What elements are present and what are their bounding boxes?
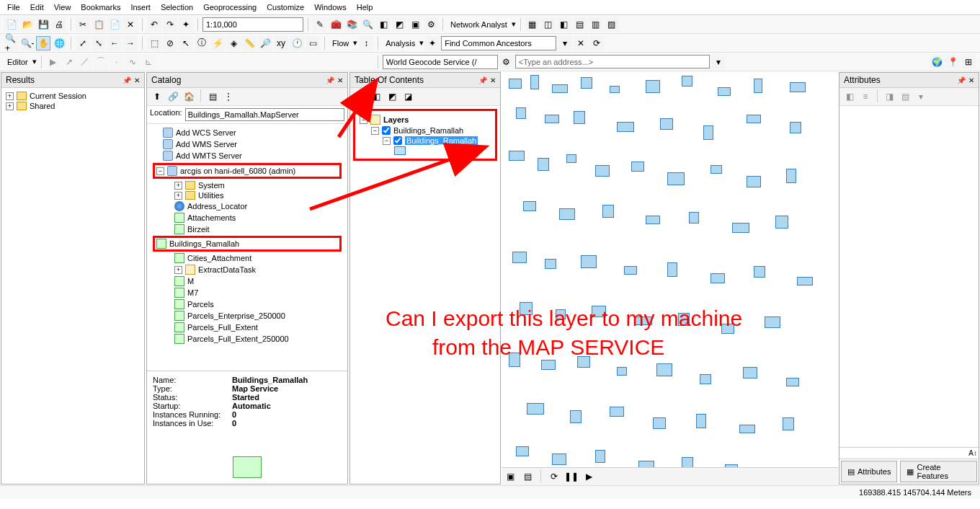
svc-item[interactable]: Parcels_Full_Extent_250000 xyxy=(187,335,289,343)
list-by-vis-icon[interactable]: ◩ xyxy=(385,89,399,104)
identify-icon[interactable]: ⓘ xyxy=(195,36,209,50)
svc-item[interactable]: Parcels_Enterprise_250000 xyxy=(187,311,285,320)
geocode-icon-2[interactable]: 📍 xyxy=(945,55,960,69)
pause-icon[interactable]: ❚❚ xyxy=(564,469,579,484)
pin-icon[interactable]: 📌 xyxy=(122,76,131,84)
ancestors-dd[interactable]: ▾ xyxy=(558,36,572,50)
flow-label[interactable]: Flow xyxy=(329,39,352,48)
scale-combo[interactable] xyxy=(202,17,303,32)
collapse-icon[interactable]: − xyxy=(383,137,391,145)
na-icon-3[interactable]: ◧ xyxy=(557,17,571,32)
collapse-icon[interactable]: − xyxy=(360,116,368,124)
sublayer-checkbox[interactable] xyxy=(393,136,402,145)
view-icon[interactable]: ▤ xyxy=(205,89,220,104)
toc-sublayer[interactable]: Buildings_Ramallah xyxy=(405,136,478,145)
catalog-utilities[interactable]: Utilities xyxy=(198,191,223,200)
na-icon-4[interactable]: ▤ xyxy=(573,17,587,32)
zoom-out-icon[interactable]: 🔍- xyxy=(20,36,35,50)
attr-icon-4[interactable]: ▤ xyxy=(898,89,912,104)
geocode-combo[interactable] xyxy=(383,55,498,69)
hyperlink-icon[interactable]: ⚡ xyxy=(210,36,225,50)
attr-mode-icon[interactable]: A↕ xyxy=(968,449,977,457)
geocode-icon-1[interactable]: 🌍 xyxy=(930,55,944,69)
edit-arc-icon[interactable]: ⌒ xyxy=(94,55,108,69)
pointer-icon[interactable]: ↖ xyxy=(179,36,193,50)
attr-icon-2[interactable]: ≡ xyxy=(858,89,873,104)
menu-windows[interactable]: Windows xyxy=(314,3,347,12)
editor-label[interactable]: Editor xyxy=(4,58,31,66)
undo-button[interactable]: ↶ xyxy=(147,17,161,32)
home-icon[interactable]: 🏠 xyxy=(182,89,196,104)
catalog-wcs[interactable]: Add WCS Server xyxy=(176,128,236,137)
analysis-label[interactable]: Analysis xyxy=(383,39,418,48)
addr-dd[interactable]: ▾ xyxy=(711,55,726,69)
close-icon[interactable]: ✕ xyxy=(490,76,496,84)
menu-view[interactable]: View xyxy=(54,3,71,12)
close-icon[interactable]: ✕ xyxy=(968,76,974,84)
catalog-connection[interactable]: arcgis on hani-dell_6080 (admin) xyxy=(180,167,295,175)
editor-toolbar-icon[interactable]: ✎ xyxy=(313,17,327,32)
svc-buildings[interactable]: Buildings_Ramallah xyxy=(169,239,239,248)
list-by-source-icon[interactable]: ◧ xyxy=(369,89,383,104)
menu-selection[interactable]: Selection xyxy=(161,3,193,12)
geocode-opts-icon[interactable]: ⚙ xyxy=(499,55,514,69)
expand-icon[interactable]: + xyxy=(6,102,14,110)
results-shared[interactable]: Shared xyxy=(30,102,55,110)
toc-root[interactable]: Layers xyxy=(383,115,409,124)
forward-icon[interactable]: → xyxy=(123,36,138,50)
na-icon-5[interactable]: ▥ xyxy=(589,17,603,32)
address-input[interactable] xyxy=(515,55,710,68)
na-icon-1[interactable]: ▦ xyxy=(525,17,540,32)
html-popup-icon[interactable]: ◈ xyxy=(226,36,241,50)
tab-attributes[interactable]: ▤Attributes xyxy=(841,461,897,482)
up-icon[interactable]: ⬆ xyxy=(150,89,164,104)
layer-checkbox[interactable] xyxy=(382,126,391,135)
trace-icon[interactable]: ✦ xyxy=(425,36,440,50)
expand-icon[interactable]: + xyxy=(174,192,182,200)
attr-icon-5[interactable]: ▾ xyxy=(914,89,928,104)
map-view[interactable]: ▣ ▤ ⟳ ❚❚ ▶ xyxy=(502,71,838,485)
select-icon[interactable]: ⬚ xyxy=(147,36,161,50)
menu-customize[interactable]: Customize xyxy=(267,3,304,12)
open-button[interactable]: 📂 xyxy=(20,17,35,32)
new-button[interactable]: 📄 xyxy=(4,17,19,32)
attr-icon-1[interactable]: ◧ xyxy=(842,89,857,104)
close-icon[interactable]: ✕ xyxy=(337,76,343,84)
svc-item[interactable]: Parcels_Full_Extent xyxy=(187,323,258,332)
viewer-icon[interactable]: ▭ xyxy=(306,36,320,50)
delete-button[interactable]: ✕ xyxy=(123,17,138,32)
expand-icon[interactable]: + xyxy=(6,92,14,100)
flow-icon[interactable]: ↕ xyxy=(359,36,373,50)
full-extent-icon[interactable]: 🌐 xyxy=(52,36,66,50)
menu-bookmarks[interactable]: Bookmarks xyxy=(81,3,120,12)
list-by-draw-icon[interactable]: ◨ xyxy=(353,89,368,104)
paste-button[interactable]: 📄 xyxy=(107,17,122,32)
svc-item[interactable]: M7 xyxy=(187,288,198,297)
time-slider-icon[interactable]: 🕐 xyxy=(290,36,304,50)
fixed-zoom-in-icon[interactable]: ⤢ xyxy=(76,36,90,50)
pin-icon[interactable]: 📌 xyxy=(478,76,487,84)
edit-pt-icon[interactable]: · xyxy=(110,55,124,69)
misc-icon-2[interactable]: ⟳ xyxy=(589,36,604,50)
toolbox-icon[interactable]: 🧰 xyxy=(329,17,343,32)
menu-edit[interactable]: Edit xyxy=(30,3,44,12)
edit-tool-icon[interactable]: ▶ xyxy=(46,55,61,69)
catalog-system[interactable]: System xyxy=(198,181,225,190)
catalog-icon[interactable]: 📚 xyxy=(344,17,359,32)
model-icon[interactable]: ◩ xyxy=(392,17,406,32)
find-icon[interactable]: 🔎 xyxy=(258,36,272,50)
redo-button[interactable]: ↷ xyxy=(163,17,177,32)
na-icon-6[interactable]: ▨ xyxy=(605,17,619,32)
svc-item[interactable]: ExtractDataTask xyxy=(198,265,256,274)
svc-item[interactable]: Birzeit xyxy=(187,225,210,234)
window-icon[interactable]: ▣ xyxy=(408,17,422,32)
svc-item[interactable]: M xyxy=(187,277,194,286)
copy-button[interactable]: 📋 xyxy=(92,17,106,32)
fixed-zoom-out-icon[interactable]: ⤡ xyxy=(92,36,106,50)
menu-help[interactable]: Help xyxy=(357,3,373,12)
menu-file[interactable]: File xyxy=(7,3,20,12)
python-icon[interactable]: ◧ xyxy=(376,17,391,32)
misc-icon-1[interactable]: ✕ xyxy=(574,36,588,50)
menu-geoprocessing[interactable]: Geoprocessing xyxy=(203,3,257,12)
catalog-wmts[interactable]: Add WMTS Server xyxy=(176,151,242,160)
